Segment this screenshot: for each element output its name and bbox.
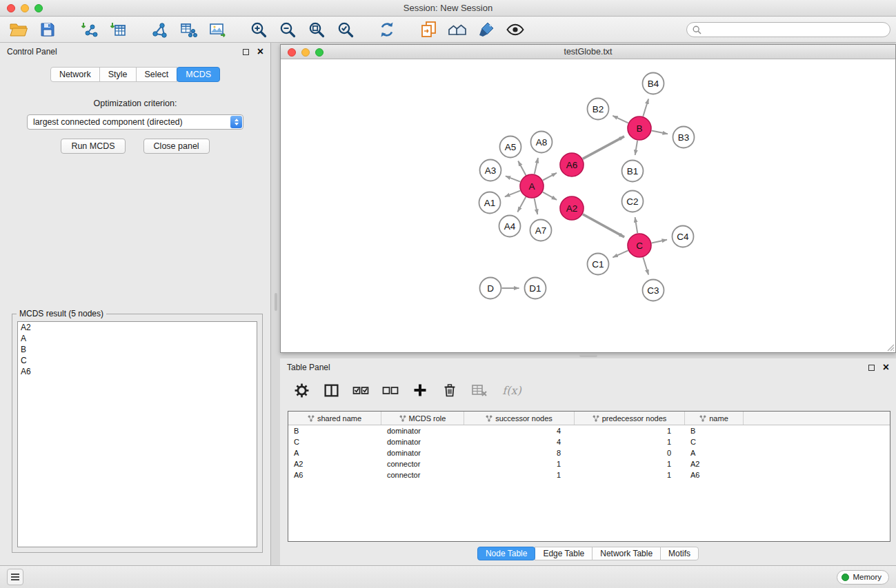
graph-node-C2[interactable]: C2	[622, 191, 644, 212]
column-header-predecessor-nodes[interactable]: predecessor nodes	[575, 412, 685, 425]
column-header-name[interactable]: name	[685, 412, 744, 425]
graph-edge-A-A1[interactable]	[505, 191, 520, 197]
split-columns-button[interactable]	[322, 381, 340, 399]
graph-node-B3[interactable]: B3	[673, 127, 695, 148]
float-panel-icon[interactable]	[243, 49, 249, 55]
graph-edge-A2-C[interactable]	[583, 214, 624, 237]
graph-edge-B-B2[interactable]	[613, 116, 628, 123]
mcds-result-item[interactable]: A	[18, 333, 257, 344]
apply-style-button[interactable]	[475, 19, 498, 40]
tab-network[interactable]: Network	[50, 67, 100, 82]
mcds-result-list[interactable]: A2ABCA6	[17, 321, 257, 547]
resize-corner-icon[interactable]	[886, 343, 895, 352]
graph-node-A5[interactable]: A5	[500, 136, 521, 158]
tab-network-table[interactable]: Network Table	[592, 547, 661, 560]
graph-node-A1[interactable]: A1	[479, 192, 501, 214]
tab-mcds[interactable]: MCDS	[177, 67, 220, 82]
graph-edge-C-C2[interactable]	[635, 217, 638, 233]
optimization-criterion-select[interactable]: largest connected component (directed)	[27, 114, 243, 130]
graph-node-A3[interactable]: A3	[480, 160, 501, 181]
memory-button[interactable]: Memory	[837, 570, 889, 585]
table-row[interactable]: A2connector11A2	[288, 458, 890, 469]
graph-node-C[interactable]: C	[628, 234, 651, 257]
first-neighbors-button[interactable]	[446, 19, 469, 40]
table-row[interactable]: Adominator80A	[288, 447, 890, 458]
show-hide-button[interactable]	[504, 19, 527, 40]
network-minimize-button[interactable]	[301, 48, 310, 57]
fx-button[interactable]: f(x)	[500, 381, 524, 399]
tab-node-table[interactable]: Node Table	[477, 547, 536, 560]
search-box[interactable]	[686, 22, 890, 37]
horizontal-splitter-handle[interactable]	[579, 354, 597, 357]
save-session-button[interactable]	[36, 19, 59, 40]
mcds-result-item[interactable]: C	[18, 355, 257, 366]
graph-node-B2[interactable]: B2	[588, 99, 609, 120]
zoom-window-button[interactable]	[34, 4, 43, 12]
import-table-button[interactable]	[106, 19, 130, 40]
refresh-button[interactable]	[375, 19, 399, 40]
network-zoom-button[interactable]	[315, 48, 323, 57]
graph-node-A2[interactable]: A2	[560, 196, 584, 220]
mcds-result-item[interactable]: A2	[18, 322, 257, 333]
show-hide-panels-button[interactable]	[7, 569, 23, 585]
table-row[interactable]: Bdominator41B	[288, 425, 890, 436]
close-panel-button[interactable]: Close panel	[143, 139, 210, 154]
graph-node-C1[interactable]: C1	[588, 254, 609, 275]
export-image-button[interactable]	[206, 19, 229, 40]
open-file-button[interactable]	[7, 19, 30, 40]
zoom-in-button[interactable]	[247, 19, 270, 40]
column-header-MCDS-role[interactable]: MCDS role	[381, 412, 464, 425]
vertical-splitter-handle[interactable]	[275, 293, 277, 311]
network-close-button[interactable]	[288, 48, 296, 57]
graph-edge-A-A2[interactable]	[543, 192, 557, 200]
close-window-button[interactable]	[7, 4, 15, 12]
graph-node-A7[interactable]: A7	[530, 220, 552, 241]
table-close-panel-icon[interactable]: ×	[883, 364, 889, 371]
graph-edge-C-C3[interactable]	[643, 257, 648, 274]
table-float-panel-icon[interactable]	[868, 365, 875, 371]
network-canvas[interactable]: B4B2BB3A8A5A6B1A3AC2A1A2A4A7CC4C1C3DD1	[281, 59, 895, 352]
table-row[interactable]: Cdominator41C	[288, 436, 890, 447]
graph-edge-B-B3[interactable]	[652, 131, 668, 134]
run-mcds-button[interactable]: Run MCDS	[61, 139, 125, 154]
graph-edge-B-B1[interactable]	[635, 141, 637, 155]
tab-motifs[interactable]: Motifs	[660, 547, 699, 560]
column-header-shared-name[interactable]: shared name	[288, 412, 381, 425]
graph-edge-A-A7[interactable]	[535, 199, 538, 214]
graph-node-A8[interactable]: A8	[531, 132, 552, 153]
graph-node-C4[interactable]: C4	[673, 226, 694, 247]
graph-edge-A-A8[interactable]	[535, 158, 538, 174]
mcds-result-item[interactable]: B	[18, 344, 257, 355]
select-all-button[interactable]	[352, 381, 370, 399]
graph-edge-A-A4[interactable]	[517, 197, 526, 212]
zoom-selected-button[interactable]	[334, 19, 357, 40]
graph-edge-B-B4[interactable]	[643, 99, 648, 116]
minimize-window-button[interactable]	[21, 4, 29, 12]
delete-column-button[interactable]	[441, 381, 459, 399]
graph-edge-C-C4[interactable]	[652, 240, 667, 243]
graph-node-B4[interactable]: B4	[643, 73, 664, 94]
tab-edge-table[interactable]: Edge Table	[535, 547, 593, 560]
graph-edge-A-A5[interactable]	[518, 161, 526, 176]
tab-style[interactable]: Style	[99, 67, 137, 82]
tab-select[interactable]: Select	[136, 67, 178, 82]
search-input[interactable]	[705, 25, 884, 34]
graph-node-D1[interactable]: D1	[525, 278, 546, 299]
graph-node-D[interactable]: D	[480, 278, 501, 299]
graph-edge-A-A3[interactable]	[506, 176, 520, 181]
zoom-out-button[interactable]	[276, 19, 299, 40]
graph-node-C3[interactable]: C3	[643, 280, 664, 301]
graph-node-A4[interactable]: A4	[499, 216, 521, 237]
graph-edge-A6-B[interactable]	[583, 136, 624, 159]
graph-node-B1[interactable]: B1	[622, 161, 644, 182]
graph-edge-C-C1[interactable]	[613, 250, 628, 257]
graph-edge-A-A6[interactable]	[543, 173, 557, 181]
network-from-table-button[interactable]	[177, 19, 200, 40]
duplicate-network-button[interactable]	[417, 19, 440, 40]
mcds-result-item[interactable]: A6	[18, 366, 257, 377]
share-network-button[interactable]	[148, 19, 171, 40]
import-network-button[interactable]	[77, 19, 101, 40]
graph-node-B[interactable]: B	[628, 116, 651, 140]
network-graph[interactable]: B4B2BB3A8A5A6B1A3AC2A1A2A4A7CC4C1C3DD1	[281, 59, 895, 352]
table-row[interactable]: A6connector11A6	[288, 469, 890, 480]
